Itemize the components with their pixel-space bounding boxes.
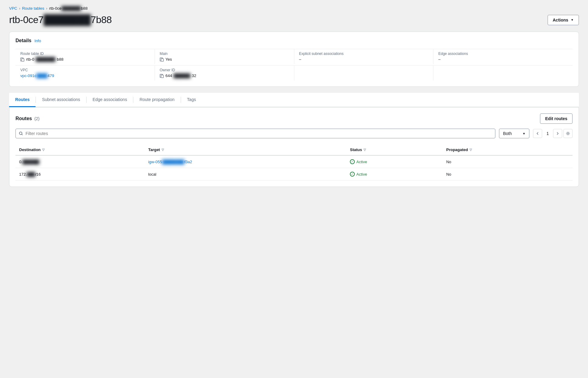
filter-routes-input[interactable]	[26, 131, 492, 136]
edge-associations-label: Edge associations	[438, 52, 568, 56]
tabs-bar: Routes Subnet associations Edge associat…	[9, 93, 579, 107]
status-circle-icon: ✓	[350, 159, 355, 164]
routes-title: Routes	[15, 116, 32, 121]
main-label: Main	[160, 52, 289, 56]
col-status-label: Status	[350, 147, 362, 152]
svg-line-4	[22, 134, 22, 135]
details-row-1: Route table ID rtb-0███████b88 Main	[15, 49, 573, 64]
prev-page-button[interactable]	[533, 129, 542, 138]
details-row-2: VPC vpc-091c████479 Owner ID	[15, 65, 573, 80]
tab-edge-associations[interactable]: Edge associations	[87, 93, 133, 107]
breadcrumb: VPC › Route tables › rtb-0ce███████b88	[9, 6, 579, 11]
row1-status: ✓ Active	[346, 155, 443, 168]
main-value: Yes	[160, 57, 289, 62]
row2-propagated: No	[443, 168, 573, 181]
status-label: Active	[356, 160, 367, 164]
search-icon	[19, 131, 23, 136]
col-target-label: Target	[148, 147, 160, 152]
table-row: 172.███/16 local ✓ Active No	[15, 168, 573, 181]
col-status[interactable]: Status ▽	[346, 144, 443, 155]
status-active-badge-2: ✓ Active	[350, 172, 439, 177]
details-title: Details	[15, 38, 31, 43]
row2-destination: 172.███/16	[15, 168, 145, 181]
table-settings-button[interactable]	[563, 129, 573, 138]
edge-associations-value: –	[438, 57, 568, 62]
routes-header: Routes (2) Edit routes	[15, 113, 573, 124]
copy-icon-rtb[interactable]	[20, 57, 25, 62]
checkmark-icon: ✓	[351, 160, 354, 163]
status-label-2: Active	[356, 172, 367, 177]
row2-target-value: local	[148, 172, 156, 177]
row1-destination: 0.██████	[15, 155, 145, 168]
row2-status: ✓ Active	[346, 168, 443, 181]
col-destination-label: Destination	[19, 147, 41, 152]
sort-icon-propagated: ▽	[470, 148, 472, 151]
svg-rect-0	[22, 59, 24, 61]
owner-id-value: 644██████32	[160, 73, 289, 78]
routes-table: Destination ▽ Target ▽ Status ▽	[15, 144, 573, 181]
copy-icon-owner[interactable]	[160, 74, 164, 78]
svg-rect-1	[161, 59, 163, 61]
tab-routes[interactable]: Routes	[9, 93, 36, 107]
tab-route-propagation[interactable]: Route propagation	[133, 93, 180, 107]
filter-dropdown-label: Both	[503, 131, 512, 136]
route-table-id-label: Route table ID	[20, 52, 150, 56]
breadcrumb-sep-1: ›	[19, 6, 20, 11]
owner-id-field: Owner ID 644██████32	[155, 66, 294, 80]
sort-icon-destination: ▽	[42, 148, 45, 151]
actions-button[interactable]: Actions ▼	[548, 15, 579, 25]
row1-target: igw-055████████f3a2	[145, 155, 346, 168]
row1-propagated: No	[443, 155, 573, 168]
vpc-field-value: vpc-091c████479	[20, 73, 150, 78]
edge-associations-field: Edge associations –	[433, 49, 573, 64]
breadcrumb-vpc-link[interactable]: VPC	[9, 6, 17, 11]
page-number: 1	[543, 131, 552, 136]
status-circle-icon-2: ✓	[350, 172, 355, 177]
info-link[interactable]: Info	[34, 39, 41, 43]
sort-icon-target: ▽	[162, 148, 164, 151]
col-target[interactable]: Target ▽	[145, 144, 346, 155]
filter-input-wrap	[15, 129, 495, 138]
next-page-button[interactable]	[553, 129, 562, 138]
vpc-field-label: VPC	[20, 68, 150, 72]
empty-field-2	[433, 66, 573, 80]
sort-icon-status: ▽	[364, 148, 366, 151]
chevron-down-icon-filter: ▼	[522, 132, 525, 135]
svg-rect-2	[161, 75, 163, 78]
explicit-subnet-value: –	[299, 57, 429, 62]
checkmark-icon-2: ✓	[351, 173, 354, 176]
row2-target: local	[145, 168, 346, 181]
explicit-subnet-field: Explicit subnet associations –	[294, 49, 434, 64]
explicit-subnet-label: Explicit subnet associations	[299, 52, 429, 56]
route-table-id-field: Route table ID rtb-0███████b88	[15, 49, 155, 64]
routes-section: Routes (2) Edit routes Both ▼	[9, 107, 579, 187]
tab-subnet-associations[interactable]: Subnet associations	[36, 93, 86, 107]
filter-dropdown[interactable]: Both ▼	[499, 129, 529, 138]
breadcrumb-sep-2: ›	[46, 6, 47, 11]
svg-point-5	[567, 133, 569, 134]
col-propagated-label: Propagated	[446, 147, 468, 152]
col-propagated[interactable]: Propagated ▽	[443, 144, 573, 155]
actions-button-label: Actions	[553, 18, 568, 22]
edit-routes-button[interactable]: Edit routes	[540, 113, 573, 124]
col-destination[interactable]: Destination ▽	[15, 144, 145, 155]
empty-field-1	[294, 66, 434, 80]
route-table-id-value: rtb-0███████b88	[20, 57, 150, 62]
vpc-link[interactable]: vpc-091c████479	[20, 73, 54, 78]
owner-id-label: Owner ID	[160, 68, 289, 72]
details-card: Details Info Route table ID rtb-0███████…	[9, 32, 579, 87]
breadcrumb-route-tables-link[interactable]: Route tables	[22, 6, 44, 11]
page-title: rtb-0ce7███████7b88	[9, 14, 112, 25]
pagination-controls: 1	[533, 129, 573, 138]
page-header: rtb-0ce7███████7b88 Actions ▼	[9, 14, 579, 25]
table-row: 0.██████ igw-055████████f3a2 ✓ Active	[15, 155, 573, 168]
row1-target-link[interactable]: igw-055████████f3a2	[148, 160, 192, 164]
filter-bar: Both ▼ 1	[15, 129, 573, 138]
chevron-down-icon: ▼	[571, 18, 574, 22]
details-header: Details Info	[15, 38, 573, 43]
vpc-field: VPC vpc-091c████479	[15, 66, 155, 80]
routes-title-wrap: Routes (2)	[15, 116, 39, 121]
tab-tags[interactable]: Tags	[181, 93, 202, 107]
copy-icon-main[interactable]	[160, 57, 164, 62]
routes-count-val: (2)	[34, 116, 39, 121]
